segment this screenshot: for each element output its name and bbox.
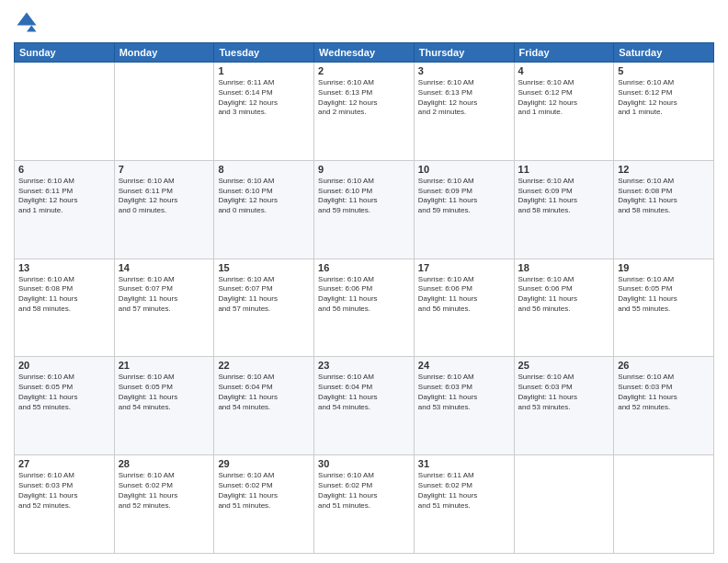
day-cell: 6Sunrise: 6:10 AMSunset: 6:11 PMDaylight… xyxy=(15,160,115,259)
day-info: Sunrise: 6:10 AMSunset: 6:04 PMDaylight:… xyxy=(318,373,410,412)
day-info: Sunrise: 6:10 AMSunset: 6:06 PMDaylight:… xyxy=(418,275,510,315)
day-info: Sunrise: 6:10 AMSunset: 6:03 PMDaylight:… xyxy=(618,373,710,412)
week-row-3: 13Sunrise: 6:10 AMSunset: 6:08 PMDayligh… xyxy=(15,259,714,357)
day-cell: 23Sunrise: 6:10 AMSunset: 6:04 PMDayligh… xyxy=(314,357,415,455)
day-number: 14 xyxy=(119,262,210,273)
day-cell: 27Sunrise: 6:10 AMSunset: 6:03 PMDayligh… xyxy=(15,455,115,554)
day-number: 1 xyxy=(218,65,310,76)
day-number: 23 xyxy=(318,360,410,371)
day-cell: 2Sunrise: 6:10 AMSunset: 6:13 PMDaylight… xyxy=(314,63,415,161)
day-cell: 13Sunrise: 6:10 AMSunset: 6:08 PMDayligh… xyxy=(15,259,115,357)
day-cell: 10Sunrise: 6:10 AMSunset: 6:09 PMDayligh… xyxy=(414,160,514,259)
weekday-thursday: Thursday xyxy=(414,43,514,63)
day-info: Sunrise: 6:10 AMSunset: 6:06 PMDaylight:… xyxy=(518,275,610,315)
day-cell: 15Sunrise: 6:10 AMSunset: 6:07 PMDayligh… xyxy=(214,259,314,357)
day-info: Sunrise: 6:10 AMSunset: 6:13 PMDaylight:… xyxy=(418,78,510,118)
day-number: 12 xyxy=(618,164,710,175)
day-cell: 22Sunrise: 6:10 AMSunset: 6:04 PMDayligh… xyxy=(214,357,314,455)
day-cell xyxy=(15,63,115,161)
week-row-2: 6Sunrise: 6:10 AMSunset: 6:11 PMDaylight… xyxy=(15,160,714,259)
week-row-4: 20Sunrise: 6:10 AMSunset: 6:05 PMDayligh… xyxy=(15,357,714,455)
day-cell: 1Sunrise: 6:11 AMSunset: 6:14 PMDaylight… xyxy=(214,63,314,161)
day-number: 16 xyxy=(318,262,410,273)
day-info: Sunrise: 6:10 AMSunset: 6:03 PMDaylight:… xyxy=(18,471,110,511)
day-info: Sunrise: 6:11 AMSunset: 6:02 PMDaylight:… xyxy=(418,471,510,511)
calendar-table: SundayMondayTuesdayWednesdayThursdayFrid… xyxy=(14,42,714,554)
day-cell: 8Sunrise: 6:10 AMSunset: 6:10 PMDaylight… xyxy=(214,160,314,259)
weekday-sunday: Sunday xyxy=(15,43,115,63)
day-cell: 28Sunrise: 6:10 AMSunset: 6:02 PMDayligh… xyxy=(114,455,214,554)
day-info: Sunrise: 6:10 AMSunset: 6:11 PMDaylight:… xyxy=(18,177,110,216)
day-info: Sunrise: 6:10 AMSunset: 6:05 PMDaylight:… xyxy=(18,373,110,412)
day-info: Sunrise: 6:10 AMSunset: 6:03 PMDaylight:… xyxy=(518,373,610,412)
day-number: 9 xyxy=(318,164,410,175)
day-number: 24 xyxy=(418,360,510,371)
day-info: Sunrise: 6:10 AMSunset: 6:08 PMDaylight:… xyxy=(618,177,710,216)
day-cell: 7Sunrise: 6:10 AMSunset: 6:11 PMDaylight… xyxy=(114,160,214,259)
day-cell: 16Sunrise: 6:10 AMSunset: 6:06 PMDayligh… xyxy=(314,259,415,357)
day-cell: 19Sunrise: 6:10 AMSunset: 6:05 PMDayligh… xyxy=(614,259,714,357)
weekday-saturday: Saturday xyxy=(614,43,714,63)
logo-icon xyxy=(14,9,40,35)
weekday-wednesday: Wednesday xyxy=(314,43,415,63)
day-number: 5 xyxy=(618,65,710,76)
weekday-monday: Monday xyxy=(114,43,214,63)
day-info: Sunrise: 6:10 AMSunset: 6:05 PMDaylight:… xyxy=(618,275,710,315)
day-info: Sunrise: 6:10 AMSunset: 6:05 PMDaylight:… xyxy=(119,373,210,412)
day-number: 6 xyxy=(18,164,110,175)
day-info: Sunrise: 6:10 AMSunset: 6:04 PMDaylight:… xyxy=(218,373,310,412)
day-number: 4 xyxy=(518,65,610,76)
day-number: 21 xyxy=(119,360,210,371)
day-info: Sunrise: 6:10 AMSunset: 6:07 PMDaylight:… xyxy=(119,275,210,315)
day-number: 8 xyxy=(218,164,310,175)
day-number: 18 xyxy=(518,262,610,273)
weekday-header-row: SundayMondayTuesdayWednesdayThursdayFrid… xyxy=(15,43,714,63)
page: SundayMondayTuesdayWednesdayThursdayFrid… xyxy=(0,0,728,563)
day-cell: 21Sunrise: 6:10 AMSunset: 6:05 PMDayligh… xyxy=(114,357,214,455)
day-cell: 3Sunrise: 6:10 AMSunset: 6:13 PMDaylight… xyxy=(414,63,514,161)
day-info: Sunrise: 6:11 AMSunset: 6:14 PMDaylight:… xyxy=(218,78,310,118)
day-info: Sunrise: 6:10 AMSunset: 6:12 PMDaylight:… xyxy=(618,78,710,118)
logo xyxy=(14,9,43,35)
day-info: Sunrise: 6:10 AMSunset: 6:09 PMDaylight:… xyxy=(418,177,510,216)
day-number: 19 xyxy=(618,262,710,273)
day-cell: 17Sunrise: 6:10 AMSunset: 6:06 PMDayligh… xyxy=(414,259,514,357)
weekday-friday: Friday xyxy=(514,43,614,63)
day-number: 2 xyxy=(318,65,410,76)
day-info: Sunrise: 6:10 AMSunset: 6:10 PMDaylight:… xyxy=(318,177,410,216)
day-cell: 24Sunrise: 6:10 AMSunset: 6:03 PMDayligh… xyxy=(414,357,514,455)
day-number: 7 xyxy=(119,164,210,175)
day-cell: 20Sunrise: 6:10 AMSunset: 6:05 PMDayligh… xyxy=(15,357,115,455)
weekday-tuesday: Tuesday xyxy=(214,43,314,63)
day-cell: 5Sunrise: 6:10 AMSunset: 6:12 PMDaylight… xyxy=(614,63,714,161)
day-number: 27 xyxy=(18,458,110,469)
day-info: Sunrise: 6:10 AMSunset: 6:07 PMDaylight:… xyxy=(218,275,310,315)
day-info: Sunrise: 6:10 AMSunset: 6:10 PMDaylight:… xyxy=(218,177,310,216)
day-cell: 4Sunrise: 6:10 AMSunset: 6:12 PMDaylight… xyxy=(514,63,614,161)
day-cell xyxy=(114,63,214,161)
day-cell xyxy=(614,455,714,554)
day-cell xyxy=(514,455,614,554)
week-row-5: 27Sunrise: 6:10 AMSunset: 6:03 PMDayligh… xyxy=(15,455,714,554)
day-cell: 25Sunrise: 6:10 AMSunset: 6:03 PMDayligh… xyxy=(514,357,614,455)
day-cell: 14Sunrise: 6:10 AMSunset: 6:07 PMDayligh… xyxy=(114,259,214,357)
day-info: Sunrise: 6:10 AMSunset: 6:09 PMDaylight:… xyxy=(518,177,610,216)
day-info: Sunrise: 6:10 AMSunset: 6:11 PMDaylight:… xyxy=(119,177,210,216)
day-info: Sunrise: 6:10 AMSunset: 6:13 PMDaylight:… xyxy=(318,78,410,118)
day-number: 15 xyxy=(218,262,310,273)
day-cell: 11Sunrise: 6:10 AMSunset: 6:09 PMDayligh… xyxy=(514,160,614,259)
day-cell: 12Sunrise: 6:10 AMSunset: 6:08 PMDayligh… xyxy=(614,160,714,259)
day-info: Sunrise: 6:10 AMSunset: 6:12 PMDaylight:… xyxy=(518,78,610,118)
day-number: 22 xyxy=(218,360,310,371)
day-number: 30 xyxy=(318,458,410,469)
day-number: 26 xyxy=(618,360,710,371)
day-number: 29 xyxy=(218,458,310,469)
day-info: Sunrise: 6:10 AMSunset: 6:02 PMDaylight:… xyxy=(318,471,410,511)
day-number: 17 xyxy=(418,262,510,273)
header xyxy=(14,9,714,35)
day-info: Sunrise: 6:10 AMSunset: 6:08 PMDaylight:… xyxy=(18,275,110,315)
day-info: Sunrise: 6:10 AMSunset: 6:02 PMDaylight:… xyxy=(218,471,310,511)
day-number: 3 xyxy=(418,65,510,76)
day-number: 11 xyxy=(518,164,610,175)
day-info: Sunrise: 6:10 AMSunset: 6:02 PMDaylight:… xyxy=(119,471,210,511)
